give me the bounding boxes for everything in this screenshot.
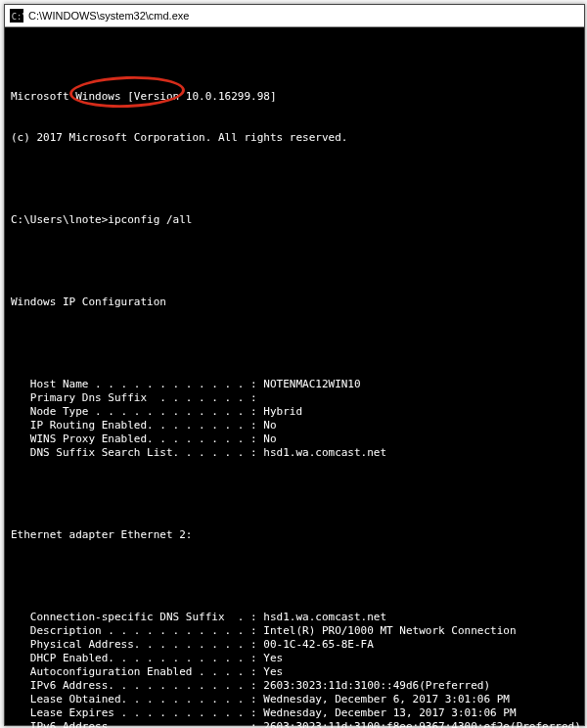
output-line: Physical Address. . . . . . . . . : 00-1… [11, 638, 578, 652]
output-line: IPv6 Address. . . . . . . . . . . : 2603… [11, 720, 578, 728]
output-line: DNS Suffix Search List. . . . . . : hsd1… [11, 446, 578, 460]
section-header: Ethernet adapter Ethernet 2: [11, 528, 578, 542]
output-line: IPv6 Address. . . . . . . . . . . : 2603… [11, 679, 578, 693]
svg-text:C:\: C:\ [12, 12, 23, 22]
output-line: Description . . . . . . . . . . . : Inte… [11, 624, 578, 638]
output-line: IP Routing Enabled. . . . . . . . : No [11, 419, 578, 432]
banner-line: Microsoft Windows [Version 10.0.16299.98… [11, 90, 578, 104]
blank-line [11, 337, 578, 350]
cmd-icon: C:\ [9, 8, 24, 23]
section-header: Windows IP Configuration [11, 296, 578, 309]
command-text: ipconfig /all [108, 213, 192, 226]
output-line: Lease Expires . . . . . . . . . . : Wedn… [11, 706, 578, 720]
prompt-path: C:\Users\lnote> [11, 213, 108, 226]
terminal-output[interactable]: Microsoft Windows [Version 10.0.16299.98… [5, 27, 584, 728]
banner-line: (c) 2017 Microsoft Corporation. All righ… [11, 131, 578, 145]
output-line: Primary Dns Suffix . . . . . . . : [11, 391, 578, 405]
blank-line [11, 569, 578, 583]
blank-line [11, 172, 578, 186]
output-line: Node Type . . . . . . . . . . . . : Hybr… [11, 405, 578, 419]
output-line: DHCP Enabled. . . . . . . . . . . : Yes [11, 652, 578, 665]
window-title: C:\WINDOWS\system32\cmd.exe [28, 9, 584, 23]
blank-line [11, 487, 578, 501]
output-line: Lease Obtained. . . . . . . . . . : Wedn… [11, 693, 578, 706]
blank-line [11, 254, 578, 268]
output-line: Host Name . . . . . . . . . . . . : NOTE… [11, 378, 578, 391]
output-line: Autoconfiguration Enabled . . . . : Yes [11, 665, 578, 679]
titlebar[interactable]: C:\ C:\WINDOWS\system32\cmd.exe [5, 5, 584, 27]
output-line: WINS Proxy Enabled. . . . . . . . : No [11, 432, 578, 446]
cmd-window: C:\ C:\WINDOWS\system32\cmd.exe Microsof… [4, 4, 585, 726]
output-line: Connection-specific DNS Suffix . : hsd1.… [11, 611, 578, 624]
prompt-line: C:\Users\lnote>ipconfig /all [11, 213, 578, 227]
